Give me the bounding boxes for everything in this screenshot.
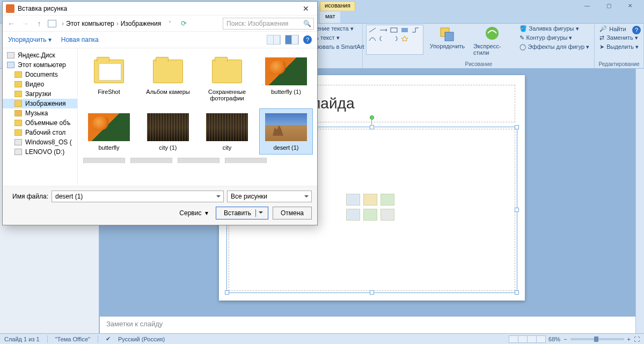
dialog-help-button[interactable]: ? bbox=[303, 35, 312, 44]
quick-styles-button[interactable]: Экспресс-стили bbox=[471, 25, 513, 57]
file-label: butterfly bbox=[98, 144, 119, 151]
file-item[interactable]: Альбом камеры bbox=[141, 53, 195, 105]
refresh-button[interactable]: ⟳ bbox=[178, 19, 189, 27]
svg-rect-7 bbox=[445, 32, 453, 41]
nav-item-видео[interactable]: Видео bbox=[3, 79, 77, 89]
zoom-slider[interactable] bbox=[570, 338, 624, 340]
shapes-gallery[interactable] bbox=[366, 25, 423, 55]
maximize-button[interactable]: ▢ bbox=[598, 1, 619, 10]
breadcrumb-dropdown[interactable]: ˅ bbox=[164, 20, 175, 26]
thumbnail bbox=[265, 56, 307, 86]
paint-bucket-icon: 🪣 bbox=[519, 25, 527, 32]
folder-icon bbox=[14, 129, 22, 136]
thumbnail bbox=[265, 112, 307, 142]
zoom-in-button[interactable]: + bbox=[627, 336, 631, 342]
file-item[interactable]: butterfly (1) bbox=[259, 53, 313, 105]
format-tab[interactable]: мат bbox=[320, 11, 340, 23]
arrange-icon bbox=[438, 26, 456, 43]
file-item[interactable]: city (1) bbox=[141, 108, 195, 155]
thumbnail bbox=[206, 112, 248, 142]
back-button[interactable]: ← bbox=[6, 19, 17, 28]
nav-item-музыка[interactable]: Музыка bbox=[3, 108, 77, 118]
search-input[interactable]: Поиск: Изображения 🔍 bbox=[223, 18, 314, 30]
shape-effects-menu[interactable]: ◯Эффекты для фигур ▾ bbox=[518, 43, 591, 51]
dialog-close-button[interactable]: ✕ bbox=[298, 4, 314, 13]
nav-item-яндекс-диск[interactable]: Яндекс.Диск bbox=[3, 50, 77, 60]
shape-outline-menu[interactable]: ✎Контур фигуры ▾ bbox=[518, 34, 591, 42]
folder-icon bbox=[14, 81, 22, 87]
binoculars-icon: 🔎 bbox=[599, 25, 607, 32]
folder-icon bbox=[14, 100, 22, 107]
svg-line-0 bbox=[369, 28, 376, 32]
up-button[interactable]: ↑ bbox=[34, 19, 45, 28]
nav-item-объемные-объ[interactable]: Объемные объ bbox=[3, 118, 77, 128]
file-item[interactable]: city bbox=[200, 108, 254, 155]
shape-fill-menu[interactable]: 🪣Заливка фигуры ▾ bbox=[518, 25, 591, 33]
tools-menu[interactable]: Сервис ▾ bbox=[179, 209, 208, 217]
view-buttons[interactable] bbox=[509, 335, 545, 343]
insert-chart-icon[interactable] bbox=[363, 194, 377, 206]
language-indicator[interactable]: Русский (Россия) bbox=[118, 336, 165, 342]
resize-handle[interactable] bbox=[370, 125, 374, 129]
fit-slide-button[interactable]: ⛶ bbox=[634, 336, 640, 342]
help-icon[interactable]: ? bbox=[632, 26, 641, 34]
minimize-button[interactable]: — bbox=[576, 1, 598, 10]
nav-item-рабочий-стол[interactable]: Рабочий стол bbox=[3, 128, 77, 137]
nav-item-изображения[interactable]: Изображения bbox=[3, 99, 77, 108]
nav-item-windows8-os-[interactable]: Windows8_OS ( bbox=[3, 137, 77, 147]
cancel-button[interactable]: Отмена bbox=[273, 207, 312, 219]
file-label: city bbox=[223, 144, 232, 151]
nav-item-загрузки[interactable]: Загрузки bbox=[3, 89, 77, 99]
file-item[interactable]: desert (1) bbox=[259, 108, 313, 155]
connector-icon bbox=[412, 27, 419, 33]
close-button[interactable]: ✕ bbox=[619, 1, 641, 10]
insert-media-icon[interactable] bbox=[380, 209, 394, 221]
insert-clipart-icon[interactable] bbox=[363, 209, 377, 221]
organize-menu[interactable]: Упорядочить ▾ bbox=[8, 36, 52, 43]
file-item[interactable]: Сохраненные фотографии bbox=[200, 53, 254, 105]
rect-icon bbox=[390, 27, 398, 33]
insert-table-icon[interactable] bbox=[346, 194, 360, 206]
insert-picture-icon[interactable] bbox=[346, 209, 360, 221]
line-icon bbox=[369, 27, 376, 33]
star-icon bbox=[401, 36, 408, 41]
file-item[interactable]: butterfly bbox=[82, 108, 136, 155]
content-insert-icons bbox=[346, 194, 398, 221]
new-folder-button[interactable]: Новая папка bbox=[61, 36, 99, 43]
arrange-button[interactable]: Упорядочить bbox=[428, 25, 467, 50]
theme-indicator: "Тема Office" bbox=[55, 336, 90, 342]
resize-handle[interactable] bbox=[515, 290, 519, 295]
resize-handle[interactable] bbox=[515, 125, 519, 129]
resize-handle[interactable] bbox=[225, 290, 229, 295]
forward-button[interactable]: → bbox=[20, 19, 31, 28]
view-mode-button[interactable] bbox=[267, 35, 281, 45]
select-menu[interactable]: ➤Выделить ▾ bbox=[598, 43, 640, 51]
svg-rect-3 bbox=[391, 28, 397, 32]
insert-button[interactable]: Вставить bbox=[216, 207, 268, 219]
zoom-out-button[interactable]: − bbox=[564, 336, 567, 342]
resize-handle[interactable] bbox=[370, 290, 374, 295]
file-label: city (1) bbox=[159, 144, 177, 151]
nav-item-lenovo-d-[interactable]: LENOVO (D:) bbox=[3, 147, 77, 157]
dialog-titlebar: Вставка рисунка ✕ bbox=[3, 2, 317, 16]
files-pane[interactable]: FireShotАльбом камерыСохраненные фотогра… bbox=[78, 48, 317, 186]
spellcheck-icon[interactable]: ✔ bbox=[106, 335, 111, 342]
filetype-combo[interactable]: Все рисунки bbox=[227, 191, 312, 202]
nav-item-этот-компьютер[interactable]: Этот компьютер bbox=[3, 60, 77, 70]
notes-pane[interactable]: Заметки к слайду bbox=[99, 316, 644, 333]
nav-item-documents[interactable]: Documents bbox=[3, 70, 77, 79]
file-item[interactable]: FireShot bbox=[82, 53, 136, 105]
insert-dropdown[interactable] bbox=[255, 209, 266, 217]
vertical-scrollbar[interactable] bbox=[635, 69, 644, 333]
preview-pane-button[interactable] bbox=[285, 35, 299, 45]
partial-row bbox=[82, 158, 313, 163]
filename-input[interactable]: desert (1) bbox=[52, 191, 224, 202]
navigation-pane[interactable]: Яндекс.ДискЭтот компьютерDocumentsВидеоЗ… bbox=[3, 48, 78, 186]
replace-menu[interactable]: ⇄Заменить ▾ bbox=[598, 34, 640, 42]
insert-smartart-icon[interactable] bbox=[380, 194, 394, 206]
file-label: desert (1) bbox=[273, 144, 298, 151]
rotation-handle[interactable] bbox=[370, 115, 374, 120]
dialog-title: Вставка рисунка bbox=[18, 5, 298, 12]
resize-handle[interactable] bbox=[515, 208, 519, 212]
breadcrumb[interactable]: ›Этот компьютер›Изображения bbox=[60, 20, 161, 27]
